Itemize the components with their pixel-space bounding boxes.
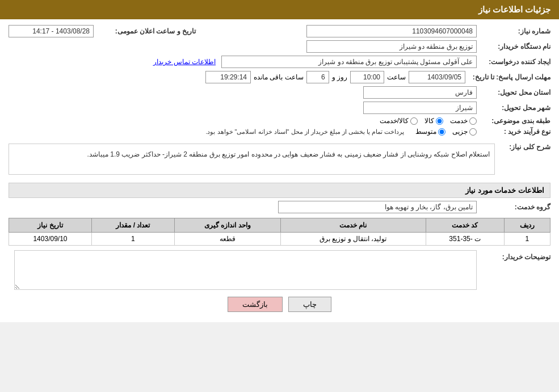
province-row: استان محل تحویل: فارس xyxy=(9,86,550,99)
col-code: کد خدمت xyxy=(426,218,504,233)
print-button[interactable]: چاپ xyxy=(288,297,331,312)
content-area: شماره نیاز: 1103094607000048 تاریخ و ساع… xyxy=(0,19,559,322)
deadline-time: 10:00 xyxy=(350,71,384,83)
days-value: 6 xyxy=(306,71,329,83)
time-label: ساعت xyxy=(387,73,406,81)
services-table-body: 1 ت -35-351 تولید، انتقال و توزیع برق قط… xyxy=(9,233,550,246)
category-radio-goods[interactable]: کالا xyxy=(424,117,443,125)
service-group-row: گروه خدمت: تامین برق، گاز، بخار و تهویه … xyxy=(9,201,550,213)
button-row: بازگشت چاپ xyxy=(9,297,550,312)
description-section: شرح کلی نیاز: استعلام اصلاح شبکه روشنایی… xyxy=(9,140,550,178)
category-row: طبقه بندی موضوعی: خدمت کالا کالا/خدمت xyxy=(9,117,550,125)
cell-unit: قطعه xyxy=(174,233,280,246)
col-unit: واحد اندازه گیری xyxy=(174,218,280,233)
services-table: ردیف کد خدمت نام خدمت واحد اندازه گیری ت… xyxy=(9,218,550,246)
radio-goods[interactable] xyxy=(436,117,443,125)
process-radio-group: جزیی متوسط xyxy=(415,128,477,136)
city-row: شهر محل تحویل: شیراز xyxy=(9,102,550,114)
description-label: شرح کلی نیاز: xyxy=(499,140,550,151)
creator-label: ایجاد کننده درخواست: xyxy=(477,58,550,66)
cell-row: 1 xyxy=(504,233,550,246)
buyer-org-value: توزیع برق منطقه دو شیراز xyxy=(306,40,477,53)
cell-code: ت -35-351 xyxy=(426,233,504,246)
radio-service-label: خدمت xyxy=(450,117,468,125)
buyer-org-row: نام دستگاه خریدار: توزیع برق منطقه دو شی… xyxy=(9,40,550,53)
services-section-header: اطلاعات خدمات مورد نیاز xyxy=(9,183,550,198)
remaining-value: 19:29:14 xyxy=(205,71,251,83)
radio-medium-label: متوسط xyxy=(415,128,436,136)
process-label: نوع فرآیند خرید : xyxy=(477,128,550,136)
category-radio-service[interactable]: خدمت xyxy=(450,117,477,125)
page-wrapper: جزئیات اطلاعات نیاز شماره نیاز: 11030946… xyxy=(0,0,559,322)
category-radio-group: خدمت کالا کالا/خدمت xyxy=(380,117,477,125)
creator-value: علی آقولی مسئول پشتیبانی توزیع برق منطقه… xyxy=(221,56,477,68)
need-number-label: شماره نیاز: xyxy=(477,27,550,35)
creator-row: ایجاد کننده درخواست: علی آقولی مسئول پشت… xyxy=(9,56,550,68)
services-table-header: ردیف کد خدمت نام خدمت واحد اندازه گیری ت… xyxy=(9,218,550,233)
buyer-notes-row: توضیحات خریدار: xyxy=(9,250,550,290)
province-value: فارس xyxy=(363,86,477,99)
col-name: نام خدمت xyxy=(280,218,426,233)
deadline-label: مهلت ارسال پاسخ: تا تاریخ: xyxy=(465,73,550,81)
need-number-value: 1103094607000048 xyxy=(306,25,477,37)
need-number-row: شماره نیاز: 1103094607000048 تاریخ و ساع… xyxy=(9,25,550,37)
process-radio-medium[interactable]: متوسط xyxy=(415,128,445,136)
deadline-date: 1403/09/05 xyxy=(409,71,465,83)
process-note: پرداخت تمام یا بخشی از مبلغ خریدار از مح… xyxy=(205,128,404,136)
province-label: استان محل تحویل: xyxy=(477,88,550,96)
city-value: شیراز xyxy=(363,102,477,114)
back-button[interactable]: بازگشت xyxy=(228,297,283,312)
creator-contact-link[interactable]: اطلاعات تماس خریدار xyxy=(153,58,216,66)
cell-date: 1403/09/10 xyxy=(9,233,92,246)
radio-goods-label: کالا xyxy=(424,117,434,125)
radio-medium[interactable] xyxy=(438,128,445,136)
announce-label: تاریخ و ساعت اعلان عمومی: xyxy=(94,27,196,35)
service-group-label: گروه خدمت: xyxy=(477,203,550,211)
radio-partial-label: جزیی xyxy=(452,128,468,136)
category-label: طبقه بندی موضوعی: xyxy=(477,117,550,125)
table-row: 1 ت -35-351 تولید، انتقال و توزیع برق قط… xyxy=(9,233,550,246)
description-value: استعلام اصلاح شبکه روشنایی از فشار ضعیف … xyxy=(9,144,495,175)
radio-both-label: کالا/خدمت xyxy=(380,117,409,125)
col-date: تاریخ نیاز xyxy=(9,218,92,233)
category-radio-both[interactable]: کالا/خدمت xyxy=(380,117,418,125)
buyer-org-label: نام دستگاه خریدار: xyxy=(477,43,550,50)
page-header: جزئیات اطلاعات نیاز xyxy=(0,0,559,19)
days-label: روز و xyxy=(332,73,347,81)
cell-count: 1 xyxy=(91,233,174,246)
remaining-label: ساعت باقی مانده xyxy=(254,73,304,81)
process-radio-partial[interactable]: جزیی xyxy=(452,128,477,136)
process-row: نوع فرآیند خرید : جزیی متوسط پرداخت تمام… xyxy=(9,128,550,136)
col-row: ردیف xyxy=(504,218,550,233)
radio-both[interactable] xyxy=(410,117,418,125)
service-group-value: تامین برق، گاز، بخار و تهویه هوا xyxy=(278,201,477,213)
description-row: شرح کلی نیاز: استعلام اصلاح شبکه روشنایی… xyxy=(9,140,550,178)
announce-value: 1403/08/28 - 14:17 xyxy=(9,25,94,37)
page-title: جزئیات اطلاعات نیاز xyxy=(478,5,550,14)
deadline-row: مهلت ارسال پاسخ: تا تاریخ: 1403/09/05 سا… xyxy=(9,71,550,83)
cell-name: تولید، انتقال و توزیع برق xyxy=(280,233,426,246)
city-label: شهر محل تحویل: xyxy=(477,104,550,112)
radio-partial[interactable] xyxy=(469,128,477,136)
radio-service[interactable] xyxy=(469,117,477,125)
buyer-notes-textarea[interactable] xyxy=(14,250,477,290)
buyer-notes-label: توضیحات خریدار: xyxy=(477,250,550,261)
col-count: تعداد / مقدار xyxy=(91,218,174,233)
services-table-header-row: ردیف کد خدمت نام خدمت واحد اندازه گیری ت… xyxy=(9,218,550,233)
